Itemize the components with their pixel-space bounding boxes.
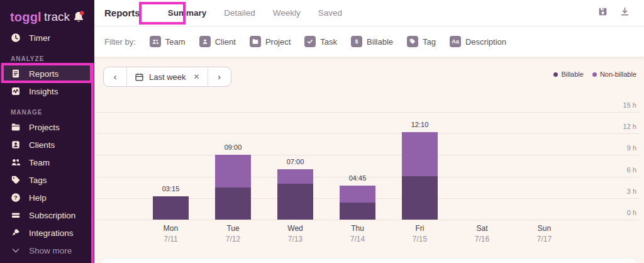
filter-chip-team[interactable]: Team: [150, 36, 186, 47]
date-range-label: Last week: [149, 72, 186, 82]
sidebar-item-label: Projects: [29, 123, 60, 132]
sidebar-item-projects[interactable]: Projects: [0, 118, 94, 136]
reports-icon: [11, 69, 21, 79]
bar-total-label: 03:15: [140, 185, 202, 193]
sidebar-section-manage: MANAGE: [11, 107, 94, 117]
bar-segment-non-billable[interactable]: [277, 169, 313, 184]
legend-item-billable[interactable]: Billable: [553, 70, 583, 78]
next-period-button[interactable]: ›: [208, 67, 231, 86]
date-range-button[interactable]: Last week ✕: [126, 67, 208, 86]
logo-track: track: [44, 10, 70, 24]
sidebar-item-team[interactable]: Team: [0, 154, 94, 171]
dollar-icon: $: [351, 36, 362, 47]
prev-period-button[interactable]: ‹: [104, 67, 126, 86]
filter-chip-label: Client: [215, 37, 236, 47]
filter-chip-task[interactable]: Task: [304, 36, 337, 47]
sidebar-item-label: Help: [29, 193, 47, 203]
bar-segment-non-billable[interactable]: [402, 132, 438, 176]
bar-segment-billable[interactable]: [402, 176, 438, 220]
summary-chart-panel: ‹ Last week ✕ › BillableNon-billable 0 h…: [94, 57, 644, 263]
sidebar-item-insights[interactable]: Insights: [0, 82, 94, 100]
bar-segment-non-billable[interactable]: [215, 155, 251, 187]
x-axis-date-label: 7/15: [389, 235, 451, 243]
sidebar-item-subscription[interactable]: Subscription: [0, 206, 94, 224]
filter-chip-client[interactable]: Client: [199, 36, 236, 47]
bar-segment-billable[interactable]: [277, 184, 313, 220]
legend-dot: [553, 72, 558, 77]
sidebar-item-reports[interactable]: Reports: [0, 65, 94, 82]
sidebar-item-timer[interactable]: Timer: [0, 29, 94, 47]
bar-segment-non-billable[interactable]: [340, 186, 375, 203]
chart-legend: BillableNon-billable: [553, 70, 636, 78]
filter-chip-description[interactable]: AaDescription: [450, 36, 506, 47]
card-icon: [11, 210, 21, 220]
sidebar-item-label: Clients: [29, 140, 55, 150]
x-axis-day-label: Sun: [513, 224, 575, 233]
calendar-icon: [135, 72, 144, 82]
page-title: Reports: [104, 8, 140, 18]
insights-icon: [11, 86, 21, 96]
bar-thu[interactable]: [340, 186, 375, 220]
bar-total-label: 09:00: [202, 143, 264, 151]
filter-chip-project[interactable]: Project: [250, 36, 291, 47]
tab-weekly[interactable]: Weekly: [273, 8, 301, 18]
filter-chip-tag[interactable]: Tag: [407, 36, 436, 47]
sidebar-item-integrations[interactable]: Integrations: [0, 224, 94, 242]
legend-item-non-billable[interactable]: Non-billable: [592, 70, 636, 78]
svg-text:?: ?: [14, 194, 18, 201]
filter-chip-label: Billable: [367, 37, 393, 47]
tab-detailed[interactable]: Detailed: [224, 8, 255, 18]
plug-icon: [11, 228, 21, 238]
save-report-icon[interactable]: [597, 6, 608, 20]
legend-dot: [592, 72, 597, 77]
summary-table-top-edge: [102, 259, 636, 263]
y-axis-tick: 12 h: [623, 123, 636, 130]
sidebar-item-clients[interactable]: Clients: [0, 136, 94, 154]
folder-icon: [250, 36, 261, 47]
sidebar: toggl track TimerANALYZEReportsInsightsM…: [0, 0, 94, 263]
gridline: [97, 155, 639, 155]
legend-label: Billable: [561, 70, 583, 78]
sidebar-item-label: Subscription: [29, 211, 75, 220]
tab-summary[interactable]: Summary: [168, 8, 207, 18]
x-axis-day-label: Fri: [389, 224, 451, 233]
y-axis-tick: 9 h: [627, 144, 636, 152]
logo: toggl track: [0, 0, 94, 29]
tab-saved[interactable]: Saved: [318, 8, 342, 18]
x-axis-date-label: 7/11: [140, 235, 202, 243]
person-icon: [199, 36, 211, 47]
bar-fri[interactable]: [402, 132, 438, 220]
x-axis-date-label: 7/17: [513, 235, 575, 243]
sidebar-item-tags[interactable]: Tags: [0, 171, 94, 189]
y-axis-tick: 6 h: [627, 166, 636, 174]
filter-chip-label: Description: [465, 37, 506, 47]
filter-chip-label: Tag: [423, 37, 436, 47]
bar-wed[interactable]: [277, 169, 313, 220]
sidebar-item-help[interactable]: ?Help: [0, 189, 94, 206]
tag-icon: [11, 175, 21, 185]
bar-segment-billable[interactable]: [153, 196, 189, 220]
clock-icon: [11, 33, 21, 43]
bar-segment-billable[interactable]: [340, 203, 375, 220]
x-axis-day-label: Wed: [264, 224, 326, 233]
filter-by-label: Filter by:: [104, 37, 136, 47]
notification-bell-icon[interactable]: [72, 10, 86, 24]
team-icon: [11, 157, 21, 167]
filter-bar: Filter by: TeamClientProjectTask$Billabl…: [94, 26, 644, 57]
bar-total-label: 07:00: [264, 158, 326, 165]
bar-tue[interactable]: [215, 155, 251, 220]
bar-segment-billable[interactable]: [215, 187, 251, 220]
y-axis-tick: 0 h: [627, 209, 636, 216]
sidebar-item-label: Reports: [29, 69, 58, 79]
chevron-down-icon: [11, 245, 21, 255]
filter-chip-billable[interactable]: $Billable: [351, 36, 393, 47]
bar-mon[interactable]: [153, 196, 189, 220]
sidebar-item-show-more[interactable]: Show more: [0, 242, 94, 259]
filter-chips: TeamClientProjectTask$BillableTagAaDescr…: [150, 36, 506, 47]
gridline: [97, 220, 639, 220]
help-icon: ?: [11, 193, 21, 203]
download-report-icon[interactable]: [619, 6, 630, 20]
bar-total-label: 12:10: [389, 121, 451, 128]
sidebar-nav: TimerANALYZEReportsInsightsMANAGEProject…: [0, 29, 94, 259]
clear-date-icon[interactable]: ✕: [194, 72, 200, 81]
